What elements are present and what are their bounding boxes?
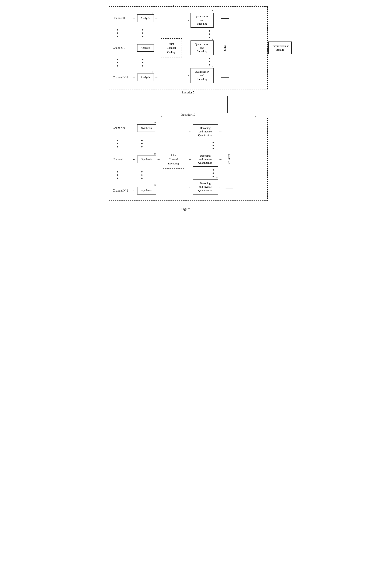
arrow-from-qen1: → <box>215 74 218 78</box>
dots-dec-1 <box>113 137 161 150</box>
dots-row-enc-1 <box>113 27 159 39</box>
dot11 <box>142 62 143 63</box>
arrow-to-diqn1: ← <box>219 185 222 189</box>
channel-n1-row: Channel N-1 → 1 Analysis → <box>113 74 159 81</box>
analysis-box-n1: Analysis <box>137 74 154 81</box>
arrow-from-qe1: → <box>215 46 218 50</box>
ddot11 <box>141 174 143 176</box>
dot5 <box>142 32 143 34</box>
analysis-0-wrapper: 1 Analysis <box>137 14 154 22</box>
dec-channel-0-label: Channel 0 <box>113 126 132 130</box>
ddot5 <box>141 143 143 144</box>
synthesis-column: Channel 0 ← 9 Synthesis ← <box>113 124 161 195</box>
ddot8 <box>117 174 118 176</box>
arrow-to-diq0: ← <box>219 130 222 134</box>
diq-box-0: Decoding and Inverse Quantization <box>193 124 218 139</box>
vertical-line <box>227 96 228 113</box>
num-9c: 9 <box>154 184 156 186</box>
ddot2 <box>117 143 118 144</box>
arrow-from-synth0: ← <box>133 126 136 130</box>
diq-0-row: ← 7 Decoding and Inverse Quantization ← <box>187 124 223 139</box>
dot6 <box>142 36 143 37</box>
demux-box: DEMUX <box>225 130 233 189</box>
ddot7 <box>117 171 118 172</box>
diq-box-n1: Decoding and Inverse Quantization <box>193 179 218 195</box>
decoder-section: Decoder 10 6 8 Channel 0 ← 9 Synthesis <box>109 113 268 201</box>
arrow-ch0: → <box>133 16 136 20</box>
arrow-to-synth0: ← <box>157 126 160 130</box>
arrow-after-analysis-0: → <box>155 16 158 20</box>
dot-qe2 <box>209 33 210 35</box>
analysis-n1-wrapper: 1 Analysis <box>137 74 154 81</box>
dot-qe1 <box>209 30 210 32</box>
synthesis-box-0: Synthesis <box>137 124 156 132</box>
dot-qe6 <box>209 64 210 65</box>
dot-diq1 <box>213 142 214 143</box>
channel-0-label: Channel 0 <box>113 17 132 20</box>
num-1a: 1 <box>152 11 154 14</box>
arrow-to-synthn1: ← <box>157 189 160 193</box>
dot-diq2 <box>213 145 214 146</box>
diagram-container: 4 2 Channel 0 → 1 Analysis → <box>107 6 268 211</box>
qe-box-n1: Quantization and Encoding <box>190 68 214 83</box>
num-1b: 1 <box>152 41 154 44</box>
dec-channel-1-label: Channel 1 <box>113 158 132 161</box>
qe-n1-wrapper: 3 Quantization and Encoding <box>190 68 214 83</box>
encoder-label: Encoder 5 <box>109 91 268 94</box>
synth-0-wrapper: 9 Synthesis <box>137 124 156 132</box>
ddot3 <box>117 146 118 147</box>
num-7b: 7 <box>216 149 218 151</box>
dots-qe2 <box>200 55 219 68</box>
dots-dec-2 <box>113 169 161 181</box>
decoder-label: Decoder 10 <box>109 113 268 116</box>
arrow-from-diqn1: ← <box>188 185 192 189</box>
ddot1 <box>117 140 118 141</box>
diq-n1-row: ← 7 Decoding and Inverse Quantization ← <box>187 179 223 195</box>
dot-qe4 <box>209 58 210 59</box>
num-1c: 1 <box>152 71 154 73</box>
analysis-1-wrapper: 1 Analysis <box>137 44 154 52</box>
analysis-box-0: Analysis <box>137 14 154 22</box>
corner-num-6: 6 <box>255 116 256 119</box>
arrow-after-analysis-n1: → <box>155 76 158 79</box>
demux-wrapper: DEMUX <box>225 124 233 195</box>
qe-box-1: Quantization and Encoding <box>190 41 214 55</box>
arrow-from-diq1: ← <box>188 158 192 161</box>
dots-qe <box>200 28 219 41</box>
synth-1-wrapper: 9 Synthesis <box>137 156 156 163</box>
dot-diq3 <box>213 148 214 149</box>
dot9 <box>117 65 118 66</box>
dots-diq2 <box>203 167 223 179</box>
ddot4 <box>141 140 143 141</box>
synth-n1-wrapper: 9 Synthesis <box>137 187 156 195</box>
synthesis-box-1: Synthesis <box>137 156 156 163</box>
dot3 <box>117 36 118 37</box>
num-9b: 9 <box>154 153 156 155</box>
dot7 <box>117 59 118 60</box>
vertical-connector-area <box>109 96 268 113</box>
synth-0-row: Channel 0 ← 9 Synthesis ← <box>113 124 161 132</box>
diq-1-wrapper: 7 Decoding and Inverse Quantization <box>193 152 218 167</box>
ddot12 <box>141 178 143 179</box>
ddot9 <box>117 178 118 179</box>
figure-label: Figure 1 <box>107 207 268 211</box>
num-7a: 7 <box>216 121 218 124</box>
arrow-ch1: → <box>133 46 136 50</box>
dot-diq5 <box>213 172 214 174</box>
synth-n1-row: Channel N-1 ← 9 Synthesis ← <box>113 187 161 195</box>
analysis-box-1: Analysis <box>137 44 154 52</box>
dots-diq <box>203 139 223 152</box>
synth-1-row: Channel 1 ← 9 Synthesis ← <box>113 156 161 163</box>
qe-0-wrapper: 3 Quantization and Encoding <box>190 13 214 28</box>
synthesis-box-n1: Synthesis <box>137 187 156 195</box>
arrow-chn1: → <box>133 76 136 79</box>
arrow-from-diq0: ← <box>188 130 192 134</box>
dot1 <box>117 29 118 31</box>
dot8 <box>117 62 118 63</box>
jcc-box: Joint Channel Coding <box>161 38 182 58</box>
diq-0-wrapper: 7 Decoding and Inverse Quantization <box>193 124 218 139</box>
channel-1-row: Channel 1 → 1 Analysis → <box>113 44 159 52</box>
mux-wrapper: MUX <box>221 13 229 83</box>
num-3a: 3 <box>212 10 213 12</box>
corner-num-2: 2 <box>173 4 174 7</box>
